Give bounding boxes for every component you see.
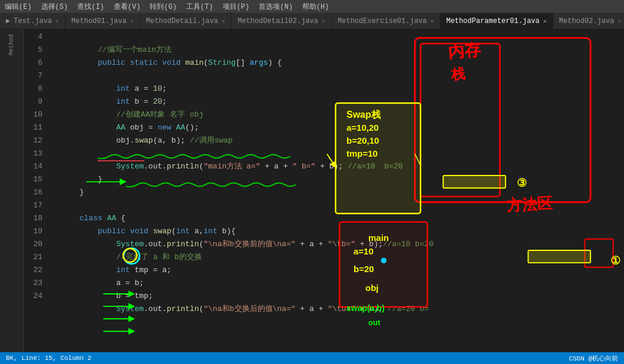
code-line-22: a = b; [52,264,624,277]
tab-method02[interactable]: Method02.java ✕ [553,13,624,29]
line-numbers: 4 5 6 7 8 9 10 11 12 13 14 15 16 17 18 1… [24,29,47,352]
code-line-16 [52,186,624,199]
tab-bar: ▶ Test.java ✕ Method01.java ✕ MethodDeta… [0,13,624,29]
side-panel: Method [0,29,24,352]
tab-methoddetail02[interactable]: MethodDetail02.java ✕ [232,13,332,29]
menu-goto[interactable]: 转到(G) [150,2,177,12]
menu-tools[interactable]: 工具(T) [186,2,213,12]
menu-prefs[interactable]: 首选项(N) [259,2,293,12]
code-line-11: obj.swap(a, b); //调用swap [52,121,624,134]
code-line-18: public void swap(int a,int b){ [52,212,624,225]
tab-methodparameter01[interactable]: MethodParameter01.java ✕ [440,13,553,29]
annot-out: out [368,318,380,327]
menu-project[interactable]: 项目(P) [223,2,250,12]
code-line-24: System.out.println("\na和b交换后的值\na=" + a … [52,290,624,303]
code-line-17: class AA { [52,199,624,212]
code-line-6 [52,57,624,70]
menu-select[interactable]: 选择(S) [41,2,68,12]
code-line-19: System.out.println("\na和b交换前的值\na=" + a … [52,225,624,238]
menu-view[interactable]: 查看(V) [114,2,141,12]
code-line-15: } [52,173,624,186]
code-line-13: System.out.println("main方法 a=" + a + " b… [52,147,624,160]
tab-methodexercise01[interactable]: MethodExercise01.java ✕ [332,13,440,29]
code-line-8: int b = 20; [52,82,624,95]
side-item-method[interactable]: Method [7,32,16,58]
tab-methoddetail[interactable]: MethodDetail.java ✕ [140,13,232,29]
code-line-12 [52,134,624,147]
code-line-4: //编写一个main方法 [52,31,624,44]
menu-help[interactable]: 帮助(H) [302,2,329,12]
code-area[interactable]: //编写一个main方法 public static void main(Str… [47,29,624,352]
code-line-5: public static void main(String[] args) { [52,44,624,57]
code-line-7: int a = 10; [52,70,624,82]
menu-bar[interactable]: 编辑(E) 选择(S) 查找(I) 查看(V) 转到(G) 工具(T) 项目(P… [0,0,624,13]
status-left: BK, Line: 15, Column 2 [6,355,91,362]
tab-method01[interactable]: Method01.java ✕ [65,13,140,29]
status-bar: BK, Line: 15, Column 2 CSDN @机心向前 [0,352,624,364]
code-line-10: AA obj = new AA(); [52,108,624,121]
menu-find[interactable]: 查找(I) [77,2,104,12]
code-line-20: //完成了 a 和 b的交换 [52,238,624,251]
tab-test-java[interactable]: ▶ Test.java ✕ [0,13,65,29]
status-right: CSDN @机心向前 [569,354,618,363]
code-line-14: } [52,160,624,173]
editor-container: Method 4 5 6 7 8 9 10 11 12 13 14 15 16 … [0,29,624,352]
menu-edit[interactable]: 编辑(E) [5,2,32,12]
status-csdn: CSDN @机心向前 [569,354,618,363]
code-line-23: b = tmp; [52,277,624,290]
code-line-9: //创建AA对象 名字 obj [52,95,624,108]
code-line-21: int tmp = a; [52,251,624,264]
